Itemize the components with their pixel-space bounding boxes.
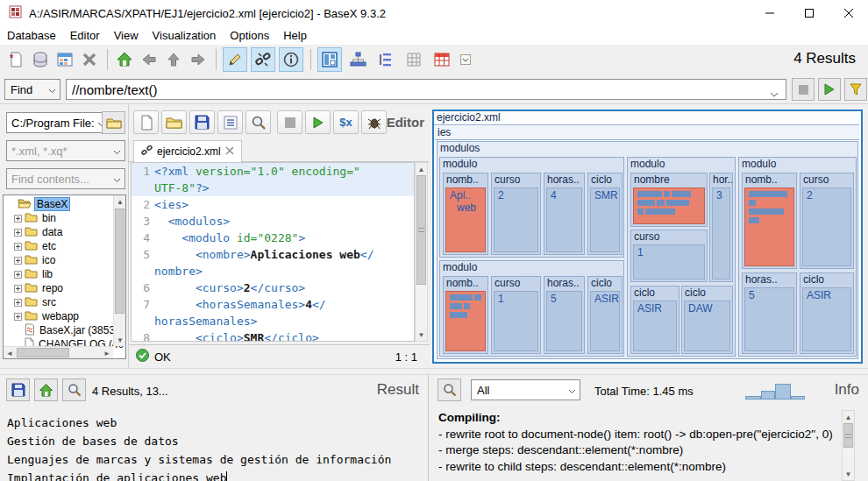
info-vertical-scrollbar[interactable]: ▲ ▼ <box>842 410 855 481</box>
code-line[interactable]: 7 <horasSemanales>4</ <box>132 296 414 313</box>
scroll-up-icon[interactable]: ▲ <box>416 163 427 175</box>
database-button[interactable] <box>28 47 53 72</box>
code-line[interactable]: 4 <modulo id="0228"> <box>132 230 414 246</box>
cell-curso[interactable]: 2 <box>494 187 538 252</box>
stop-query-button[interactable] <box>792 78 815 101</box>
treemap-modulos-label[interactable]: modulos <box>438 142 857 155</box>
col-curso[interactable]: curso <box>492 173 540 187</box>
find-result-button[interactable] <box>62 378 86 401</box>
tree-view-button[interactable] <box>345 47 370 72</box>
external-variables-button[interactable]: $x <box>333 110 359 134</box>
find-info-button[interactable] <box>438 378 461 401</box>
close-database-button[interactable] <box>77 47 102 72</box>
scroll-up-icon[interactable]: ▲ <box>114 195 126 208</box>
query-history-chevron-icon[interactable] <box>770 86 779 102</box>
cell-horas[interactable]: 5 <box>546 291 582 351</box>
cell-curso[interactable]: 2 <box>802 187 851 266</box>
expand-icon[interactable] <box>14 215 22 223</box>
treemap[interactable]: ejercicio2.xml ies modulos modulo nomb..… <box>432 110 863 364</box>
table-view-button[interactable] <box>430 47 454 72</box>
tree-item-label[interactable]: repo <box>40 282 65 294</box>
close-button[interactable] <box>829 0 868 26</box>
tree-vertical-scrollbar[interactable]: ▲ ▼ <box>113 195 125 346</box>
col-ciclo[interactable]: ciclo <box>682 286 732 300</box>
cell-nombre[interactable] <box>744 187 794 266</box>
scroll-left-icon[interactable]: ◄ <box>4 347 16 359</box>
cell-ciclo[interactable]: ASIR <box>802 287 851 351</box>
horizontal-splitter[interactable] <box>0 368 868 375</box>
tab-ejercicio2[interactable]: ejercicio2.xml <box>133 140 242 162</box>
col-nombre[interactable]: nomb.. <box>444 173 487 187</box>
info-filter-select[interactable]: All <box>471 379 580 400</box>
tree-item-basex.jar[interactable]: BaseX.jar (3853 k <box>4 323 113 337</box>
expand-icon[interactable] <box>14 299 22 307</box>
col-nombre[interactable]: nomb.. <box>743 173 796 187</box>
tree-item-etc[interactable]: etc <box>4 239 113 253</box>
find-replace-button[interactable] <box>245 110 271 134</box>
home-button[interactable] <box>112 47 137 72</box>
cell-horas[interactable]: 3 <box>712 187 730 279</box>
new-file-button[interactable] <box>133 110 159 134</box>
edit-mode-button[interactable] <box>223 47 247 72</box>
tree-item-label[interactable]: bin <box>40 212 58 224</box>
info-output[interactable]: Compiling:- rewrite root to document-nod… <box>438 410 837 481</box>
col-horas[interactable]: horas.. <box>544 173 584 187</box>
tree-item-bin[interactable]: bin <box>4 211 113 225</box>
tree-item-label[interactable]: ico <box>40 254 57 266</box>
back-button[interactable] <box>137 47 161 72</box>
scroll-down-icon[interactable]: ▼ <box>843 468 854 480</box>
tree-item-label[interactable]: data <box>40 226 64 238</box>
tree-item-repo[interactable]: repo <box>4 281 113 295</box>
col-nombre[interactable]: nombre <box>631 173 707 187</box>
menu-view[interactable]: View <box>107 27 146 44</box>
menu-options[interactable]: Options <box>223 27 276 44</box>
col-horas[interactable]: hor.. <box>710 173 732 187</box>
cell-nombre[interactable] <box>445 291 486 351</box>
cell-ciclo[interactable]: DAW <box>684 301 730 351</box>
treemap-root-label[interactable]: ies <box>435 126 859 139</box>
scroll-down-icon[interactable]: ▼ <box>114 334 126 346</box>
code-line[interactable]: 1<?xml version="1.0" encoding=" <box>132 163 414 180</box>
result-output[interactable]: Aplicaciones webGestión de bases de dato… <box>7 414 419 481</box>
treemap-modulo-3[interactable]: modulo nomb.. curso 2 horas.. 5 ciclo AS… <box>738 157 857 357</box>
cell-horas[interactable]: 5 <box>744 287 794 351</box>
unlink-button[interactable] <box>251 47 275 72</box>
code-line[interactable]: horasSemanales> <box>132 313 414 329</box>
tree-item-label[interactable]: src <box>40 296 58 308</box>
query-input[interactable] <box>66 79 786 100</box>
tree-item-ico[interactable]: ico <box>4 253 113 267</box>
stop-editor-button[interactable] <box>277 110 302 134</box>
code-line[interactable]: 2<ies> <box>132 196 414 213</box>
filter-button[interactable] <box>844 78 867 101</box>
col-curso[interactable]: curso <box>492 277 540 290</box>
expand-icon[interactable] <box>14 243 22 251</box>
browse-folder-button[interactable] <box>102 111 125 134</box>
new-database-button[interactable]: * <box>4 47 28 72</box>
tree-item-label[interactable]: BaseX.jar (3853 k <box>38 324 125 336</box>
code-line[interactable]: 8 <ciclo>SMR</ciclo> <box>132 329 414 342</box>
plot-view-button[interactable] <box>402 47 426 72</box>
find-contents-select[interactable]: Find contents... <box>6 168 125 189</box>
code-line[interactable]: 6 <curso>2</curso> <box>132 279 414 296</box>
info-toggle-button[interactable] <box>279 47 303 72</box>
code-line[interactable]: nombre> <box>132 263 414 279</box>
col-ciclo[interactable]: ciclo <box>588 173 622 187</box>
tree-item-basex[interactable]: BaseX <box>4 197 113 211</box>
tree-item-data[interactable]: data <box>4 225 113 239</box>
treemap-file-label[interactable]: ejercicio2.xml <box>434 111 859 124</box>
tree-item-label[interactable]: lib <box>40 268 54 280</box>
col-curso[interactable]: curso <box>631 230 707 244</box>
save-file-button[interactable] <box>189 110 215 134</box>
cell-nombre[interactable]: Apl..web <box>445 187 486 252</box>
col-horas[interactable]: horas.. <box>544 277 584 290</box>
menu-help[interactable]: Help <box>276 27 314 44</box>
treemap-modulo-4[interactable]: modulo nomb.. curso 1 horas.. 5 ciclo AS… <box>439 260 624 357</box>
views-dropdown-button[interactable] <box>458 47 473 72</box>
expand-icon[interactable] <box>14 313 22 321</box>
expand-icon[interactable] <box>14 229 22 237</box>
menu-editor[interactable]: Editor <box>63 27 107 44</box>
forward-button[interactable] <box>186 47 210 72</box>
history-button[interactable] <box>217 110 243 134</box>
maximize-button[interactable] <box>789 0 829 26</box>
save-result-button[interactable] <box>6 378 30 401</box>
